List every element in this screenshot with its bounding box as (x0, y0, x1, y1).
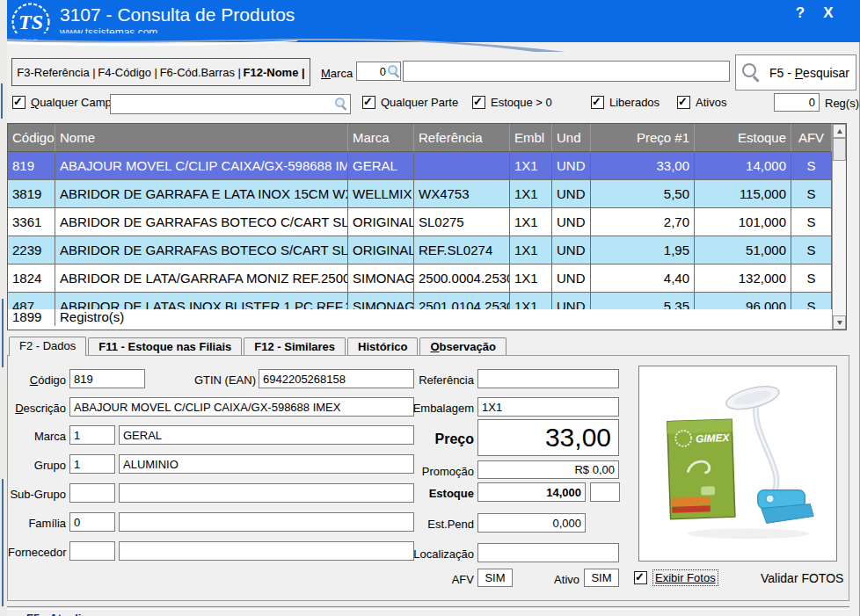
table-row[interactable]: 3361 ABRIDOR DE GARRAFAS BOTECO C/CART S… (8, 208, 832, 236)
col-header-und[interactable]: Und (552, 124, 591, 152)
grupo-nome-input[interactable] (119, 454, 414, 474)
scrollbar-thumb[interactable] (833, 138, 846, 161)
close-button[interactable]: X (819, 4, 838, 22)
cell-referencia: REF.SL0274 (414, 236, 510, 265)
estoque-input[interactable] (477, 482, 586, 502)
cell-afv: S (791, 265, 832, 293)
qualquer-parte-checkbox[interactable] (362, 96, 375, 109)
subgrupo-nome-input[interactable] (119, 483, 414, 503)
scroll-up-button[interactable] (833, 124, 846, 138)
table-row[interactable]: 3819 ABRIDOR DE GARRAFA E LATA INOX 15CM… (8, 180, 832, 208)
cell-estoque: 14,000 (695, 152, 791, 180)
col-header-embl[interactable]: Embl (510, 124, 552, 152)
cell-afv: S (791, 180, 832, 208)
cell-marca: SIMONAGGIO (348, 265, 414, 293)
embalagem-label: Embalagem (412, 402, 474, 415)
table-row-partially-visible[interactable]: 487 ABRIDOR DE LATAS INOX BLISTER 1 PC R… (8, 293, 846, 309)
products-table: Código Nome Marca Referência Embl Und Pr… (7, 123, 847, 330)
validar-fotos-label[interactable]: Validar FOTOS (761, 571, 843, 585)
promocao-input[interactable] (477, 460, 619, 479)
familia-nome-input[interactable] (119, 512, 414, 532)
cell-marca: ORIGINAL (348, 208, 414, 236)
col-header-preco[interactable]: Preço #1 (591, 124, 695, 152)
cell-marca: SIMONAGGIO (348, 293, 414, 309)
fornecedor-cod-input[interactable] (69, 541, 115, 561)
estpend-input[interactable] (477, 513, 586, 533)
grupo-cod-input[interactable] (69, 454, 115, 474)
afv-label: AFV (430, 573, 474, 586)
cell-embl: 1X1 (510, 180, 552, 208)
cell-nome: ABRIDOR DE GARRAFA E LATA INOX 15CM WX47… (55, 180, 348, 208)
ts-logo-icon: TS (11, 2, 51, 42)
estoque-maior-zero-checkbox[interactable] (472, 96, 485, 109)
cell-codigo: 487 (8, 293, 55, 309)
qualquer-campo-input[interactable] (110, 94, 351, 114)
vertical-scrollbar[interactable] (832, 124, 846, 330)
cell-nome: ABRIDOR DE GARRAFAS BOTECO C/CART SL0275 (55, 208, 348, 236)
f5-pesquisar-button[interactable]: F5 - Pesquisar (735, 54, 856, 91)
cell-und: UND (552, 265, 591, 293)
ativos-checkbox[interactable] (677, 96, 690, 109)
scroll-down-button[interactable] (833, 315, 846, 330)
ativo-input[interactable] (584, 569, 619, 587)
col-header-marca[interactable]: Marca (348, 124, 414, 152)
product-photo-frame: GIMEX (638, 366, 837, 562)
f3-referencia-button[interactable]: F3-Referência | (17, 66, 95, 79)
exibir-fotos-label[interactable]: Exibir Fotos (653, 570, 718, 585)
cell-marca: GERAL (348, 152, 414, 180)
exibir-fotos-checkbox[interactable] (634, 571, 647, 584)
cell-estoque: 51,000 (695, 236, 791, 265)
tab-historico[interactable]: Histórico (347, 337, 418, 356)
estoque-extra-input[interactable] (590, 482, 620, 502)
revision-label: Revisão : 1.512 (781, 32, 851, 42)
col-header-referencia[interactable]: Referência (414, 124, 510, 152)
cell-referencia (414, 152, 510, 180)
liberados-checkbox[interactable] (591, 96, 604, 109)
marca-search-icon[interactable] (388, 65, 400, 77)
embalagem-input[interactable] (477, 397, 619, 417)
qualquer-campo-checkbox[interactable] (12, 96, 26, 109)
preco-input[interactable] (477, 419, 619, 456)
table-row[interactable]: 1824 ABRIDOR DE LATA/GARRAFA MONIZ REF.2… (8, 265, 832, 293)
fornecedor-nome-input[interactable] (119, 541, 414, 561)
product-name-search-input[interactable] (403, 61, 730, 82)
exibir-fotos-row: Exibir Fotos (634, 570, 718, 585)
col-header-codigo[interactable]: Código (8, 124, 55, 152)
cell-nome: ABRIDOR DE GARRAFAS BOTECO S/CART SL0274 (55, 236, 348, 265)
subgrupo-cod-input[interactable] (69, 483, 115, 503)
gtin-input[interactable] (259, 369, 414, 388)
col-header-nome[interactable]: Nome (55, 124, 348, 152)
referencia-input[interactable] (477, 369, 619, 388)
cell-preco: 5,50 (591, 180, 695, 208)
cell-preco: 2,70 (591, 208, 695, 236)
cell-estoque: 96,000 (695, 293, 791, 309)
tab-f2-dados[interactable]: F2 - Dados (9, 337, 86, 356)
localizacao-input[interactable] (477, 543, 619, 562)
table-row-selected[interactable]: 819 ABAJOUR MOVEL C/CLIP CAIXA/GX-598688… (8, 152, 832, 180)
tab-observacao[interactable]: Observação (419, 337, 506, 356)
cell-referencia: 2501.0104.2530 (414, 293, 510, 309)
app-screen: TS 3107 - Consulta de Produtos www.tssis… (0, 0, 860, 616)
marca-nome-input[interactable] (119, 425, 414, 445)
familia-cod-input[interactable] (69, 512, 115, 532)
col-header-afv[interactable]: AFV (791, 124, 832, 152)
marca-cod-input[interactable] (69, 425, 115, 445)
cell-und: UND (552, 208, 591, 236)
estpend-label: Est.Pend (412, 518, 474, 531)
col-header-estoque[interactable]: Estoque (695, 124, 791, 152)
tab-f11-estoque-filiais[interactable]: F11 - Estoque nas Filiais (88, 337, 242, 356)
tab-f12-similares[interactable]: F12 - Similares (244, 337, 346, 356)
f12-nome-button[interactable]: F12-Nome | (244, 66, 305, 79)
table-row[interactable]: 2239 ABRIDOR DE GARRAFAS BOTECO S/CART S… (8, 236, 832, 265)
backdrop-line (2, 479, 4, 606)
codigo-input[interactable] (69, 369, 145, 388)
reg-count-input[interactable] (774, 93, 820, 112)
help-button[interactable]: ? (791, 4, 810, 22)
f6-cod-barras-button[interactable]: F6-Cód.Barras | (160, 66, 241, 79)
descricao-input[interactable] (69, 397, 414, 417)
backdrop-line (2, 299, 4, 367)
familia-label: Família (8, 517, 66, 530)
filter-search-icon[interactable] (335, 98, 347, 110)
afv-input[interactable] (477, 569, 513, 587)
f4-codigo-button[interactable]: F4-Código | (98, 66, 157, 79)
